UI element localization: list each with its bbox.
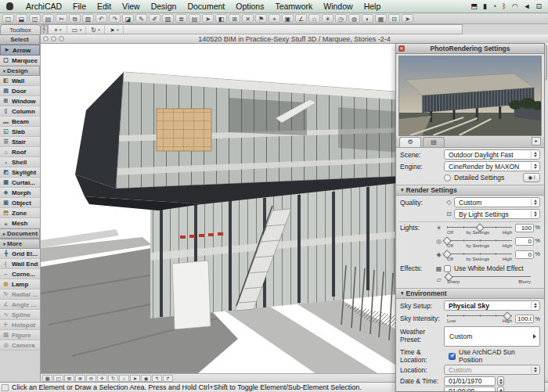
sun-icon[interactable]: ☀ (322, 14, 333, 23)
delete-icon[interactable]: ✕ (242, 14, 254, 23)
quality-dropdown[interactable]: Custom (454, 197, 540, 207)
scene-dropdown[interactable]: Outdoor Daylight Fast (444, 149, 540, 160)
menu-teamwork[interactable]: Teamwork (269, 0, 318, 13)
sidebar-item[interactable]: ◍ Lamp (0, 279, 40, 290)
sidebar-item[interactable]: ◆ Morph (0, 188, 40, 198)
sidebar-item[interactable]: ∿ Spline (0, 310, 40, 320)
sky-intensity-input[interactable] (515, 315, 534, 323)
light-value-input[interactable] (515, 224, 534, 232)
sidebar-item[interactable]: ⊞ Window (0, 96, 40, 106)
sidebar-item[interactable]: More (0, 239, 40, 249)
sidebar-item[interactable]: ▲ Mesh (0, 218, 40, 228)
wifi-icon[interactable]: ◠ (512, 2, 518, 10)
sidebar-item[interactable]: ◧ Wall (0, 76, 40, 86)
light-method-dropdown[interactable]: By Light Settings (454, 209, 540, 219)
sidebar-item[interactable]: ⌂ Roof (0, 147, 40, 157)
sky-intensity-slider[interactable]: Low High (447, 312, 512, 325)
explore-icon[interactable]: ➤ (130, 375, 140, 382)
selection-options-icon[interactable]: ⌖ ▾ (51, 26, 67, 34)
clock-icon[interactable]: ◔ (492, 2, 496, 10)
sidebar-item[interactable]: ▣ Object (0, 198, 40, 208)
toolbox-palette-tab[interactable]: Toolbox (0, 24, 41, 34)
redo-icon[interactable]: ↷ (109, 14, 121, 23)
sidebar-item[interactable]: ▨ Figure (0, 330, 40, 340)
panel-close-button[interactable]: ✕ (398, 45, 405, 52)
walk-icon[interactable]: ➤ (402, 14, 413, 23)
date-input[interactable] (444, 376, 496, 386)
sidebar-item[interactable]: ▯ Column (0, 106, 40, 117)
time-input[interactable] (444, 387, 496, 392)
info-palette-tab[interactable]: Info (41, 24, 48, 34)
render-icon[interactable]: ◐ (362, 14, 373, 23)
display-icon[interactable]: ⊡ (535, 2, 542, 10)
cut-icon[interactable]: ✂ (56, 14, 67, 23)
volume-icon[interactable]: ◄ (524, 2, 531, 10)
brush-icon[interactable]: ✐ (149, 14, 160, 23)
render-settings-header[interactable]: Render Settings (396, 185, 544, 196)
grid-icon[interactable]: ⊞ (229, 14, 240, 23)
monitor-icon[interactable]: ⊡ (388, 14, 400, 23)
light-value-input[interactable] (515, 250, 534, 259)
menu-window[interactable]: Window (318, 0, 358, 13)
prev-view-icon[interactable]: ↰ (152, 375, 162, 382)
sidebar-item[interactable]: ▦ Curtai... (0, 178, 40, 188)
sidebar-item[interactable]: ⌐ Corne... (0, 269, 40, 279)
battery-icon[interactable]: ▮ (483, 2, 487, 10)
home-icon[interactable]: ⌂ (308, 14, 320, 23)
clock-tool-icon[interactable]: ◷ (335, 14, 347, 23)
menu-view[interactable]: View (117, 0, 146, 13)
pan-icon[interactable]: ✛ (97, 375, 107, 382)
menu-options[interactable]: Options (230, 0, 269, 13)
home-view-icon[interactable]: ⌂ (119, 375, 129, 382)
orbit-icon[interactable]: ↻ (108, 375, 118, 382)
zoom-out-icon[interactable]: ⊖ (86, 375, 96, 382)
copy-icon[interactable]: ⧉ (69, 14, 81, 23)
sidebar-item[interactable]: ∠ Angle ... (0, 300, 40, 310)
sun-position-checkbox[interactable] (449, 353, 456, 360)
light-value-input[interactable] (515, 237, 534, 246)
fit-view-icon[interactable]: ⊞ (64, 375, 74, 382)
sidebar-item[interactable]: ⬒ Zone (0, 208, 40, 218)
arrow-cursor-icon[interactable]: ➤ ▾ (107, 26, 124, 34)
bluetooth-icon[interactable]: ᛒ (502, 2, 506, 10)
eraser-icon[interactable]: ◪ (122, 14, 134, 23)
line-style-icon[interactable]: ≣ (175, 14, 187, 23)
sidebar-item[interactable]: ◗ Shell (0, 157, 40, 167)
menu-design[interactable]: Design (146, 0, 182, 13)
menu-file[interactable]: File (67, 0, 92, 13)
globe-icon[interactable]: ◍ (348, 14, 360, 23)
tab-settings[interactable]: ⚙ (399, 137, 421, 147)
date-stepper[interactable] (497, 376, 504, 386)
pen-icon[interactable]: ✎ (135, 14, 147, 23)
menu-document[interactable]: Document (182, 0, 230, 13)
layout-icon[interactable]: ▦ (375, 14, 387, 23)
light-slider[interactable]: Off by Settings High (447, 224, 512, 236)
engine-info-button[interactable]: ◉ i (523, 173, 540, 182)
sidebar-item[interactable]: ◎ Camera (0, 340, 40, 351)
sidebar-item[interactable]: ▢ Marquee (0, 56, 40, 66)
zoom-in-icon[interactable]: ⊕ (75, 375, 85, 382)
location-dropdown[interactable]: Custom (444, 365, 540, 375)
menu-archicad[interactable]: ArchiCAD (20, 0, 67, 13)
save-icon[interactable]: ◫ (29, 14, 41, 23)
zoom-select-icon[interactable]: ◰ (53, 375, 63, 382)
light-slider[interactable]: Off by Settings High (447, 250, 512, 263)
marquee-options-icon[interactable]: ▭ ▾ (70, 26, 86, 34)
menu-edit[interactable]: Edit (92, 0, 117, 13)
preview-icon[interactable]: ▦ (42, 375, 52, 382)
sidebar-item[interactable]: Design (0, 66, 40, 76)
sidebar-item[interactable]: Document (0, 228, 40, 239)
undo-icon[interactable]: ↶ (96, 14, 107, 23)
apple-menu-icon[interactable] (6, 2, 13, 10)
sidebar-item[interactable]: ✛ Hotspot (0, 320, 40, 330)
sidebar-item[interactable]: ◩ Skylight (0, 167, 40, 178)
layers-icon[interactable]: ▤ (189, 14, 200, 23)
sidebar-item[interactable]: Select (0, 34, 40, 45)
panel-expand-button[interactable]: ▸ (532, 137, 541, 146)
camera-icon[interactable]: ⬒ (470, 2, 478, 10)
weather-preset-control[interactable]: Custom (444, 326, 540, 347)
paste-icon[interactable]: ▥ (82, 14, 94, 23)
white-model-checkbox[interactable] (444, 265, 451, 272)
menu-help[interactable]: Help (359, 0, 387, 13)
anchor-icon[interactable]: ⌖ (269, 14, 280, 23)
